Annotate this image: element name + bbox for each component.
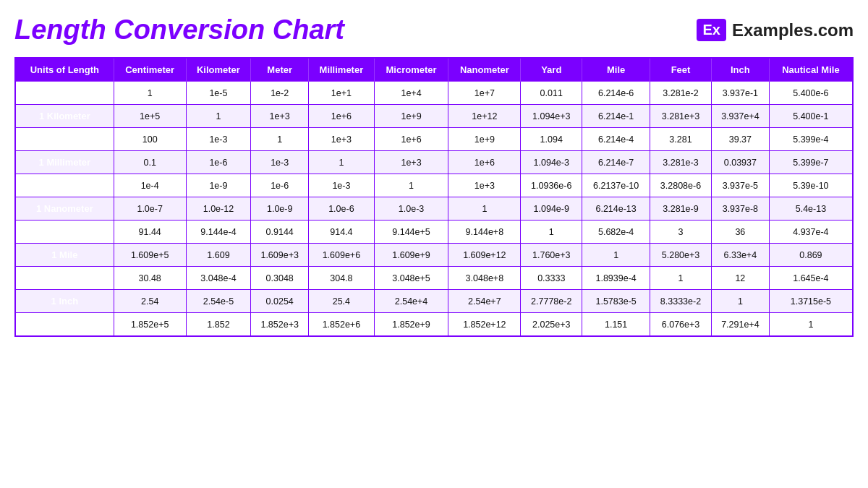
cell-6-1: 9.144e-4 [186, 221, 251, 244]
table-row: 1 Kilometer1e+511e+31e+61e+91e+121.094e+… [15, 105, 853, 128]
cell-3-4: 1e+3 [374, 151, 448, 174]
column-header-1: Centimeter [114, 58, 186, 82]
table-header-row: Units of LengthCentimeterKilometerMeterM… [15, 58, 853, 82]
cell-10-6: 2.025e+3 [521, 313, 582, 337]
table-row: 1 Meter1001e-311e+31e+61e+91.0946.214e-4… [15, 128, 853, 151]
column-header-3: Meter [251, 58, 309, 82]
table-row: 1 Mile1.609e+51.6091.609e+31.609e+61.609… [15, 244, 853, 267]
cell-4-9: 3.937e-5 [711, 174, 769, 197]
cell-8-10: 1.645e-4 [769, 267, 853, 290]
cell-6-2: 0.9144 [251, 221, 309, 244]
cell-0-3: 1e+1 [309, 82, 375, 105]
cell-7-2: 1.609e+3 [251, 244, 309, 267]
cell-2-0: 100 [114, 128, 186, 151]
cell-1-7: 6.214e-1 [582, 105, 650, 128]
cell-9-5: 2.54e+7 [448, 290, 521, 313]
cell-1-5: 1e+12 [448, 105, 521, 128]
cell-3-3: 1 [309, 151, 375, 174]
row-label-0: 1 Centimeter [15, 82, 114, 105]
cell-5-1: 1.0e-12 [186, 197, 251, 221]
cell-1-4: 1e+9 [374, 105, 448, 128]
cell-0-0: 1 [114, 82, 186, 105]
cell-7-8: 5.280e+3 [650, 244, 712, 267]
cell-7-3: 1.609e+6 [309, 244, 375, 267]
cell-0-7: 6.214e-6 [582, 82, 650, 105]
cell-3-10: 5.399e-7 [769, 151, 853, 174]
column-header-8: Mile [582, 58, 650, 82]
cell-4-0: 1e-4 [114, 174, 186, 197]
cell-1-6: 1.094e+3 [521, 105, 582, 128]
cell-2-9: 39.37 [711, 128, 769, 151]
cell-8-0: 30.48 [114, 267, 186, 290]
row-label-1: 1 Kilometer [15, 105, 114, 128]
cell-3-0: 0.1 [114, 151, 186, 174]
table-row: 1 Nanometer1.0e-71.0e-121.0e-91.0e-61.0e… [15, 197, 853, 221]
cell-6-5: 9.144e+8 [448, 221, 521, 244]
cell-4-2: 1e-6 [251, 174, 309, 197]
cell-0-9: 3.937e-1 [711, 82, 769, 105]
cell-4-4: 1 [374, 174, 448, 197]
cell-4-10: 5.39e-10 [769, 174, 853, 197]
column-header-11: Nautical Mile [769, 58, 853, 82]
cell-10-2: 1.852e+3 [251, 313, 309, 337]
cell-10-8: 6.076e+3 [650, 313, 712, 337]
cell-0-1: 1e-5 [186, 82, 251, 105]
cell-8-8: 1 [650, 267, 712, 290]
cell-8-4: 3.048e+5 [374, 267, 448, 290]
column-header-0: Units of Length [15, 58, 114, 82]
cell-9-2: 0.0254 [251, 290, 309, 313]
cell-10-9: 7.291e+4 [711, 313, 769, 337]
cell-1-10: 5.400e-1 [769, 105, 853, 128]
table-row: 1 Millimeter0.11e-61e-311e+31e+61.094e-3… [15, 151, 853, 174]
cell-6-4: 9.144e+5 [374, 221, 448, 244]
cell-9-3: 25.4 [309, 290, 375, 313]
cell-0-2: 1e-2 [251, 82, 309, 105]
table-row: 1 Centimeter11e-51e-21e+11e+41e+70.0116.… [15, 82, 853, 105]
logo-text: Examples.com [732, 20, 854, 40]
cell-7-4: 1.609e+9 [374, 244, 448, 267]
row-label-8: 1 Feet [15, 267, 114, 290]
cell-4-3: 1e-3 [309, 174, 375, 197]
cell-9-9: 1 [711, 290, 769, 313]
cell-7-9: 6.33e+4 [711, 244, 769, 267]
cell-3-2: 1e-3 [251, 151, 309, 174]
cell-6-0: 91.44 [114, 221, 186, 244]
cell-9-8: 8.3333e-2 [650, 290, 712, 313]
table-row: 1 Yard91.449.144e-40.9144914.49.144e+59.… [15, 221, 853, 244]
row-label-5: 1 Nanometer [15, 197, 114, 221]
cell-9-1: 2.54e-5 [186, 290, 251, 313]
cell-0-6: 0.011 [521, 82, 582, 105]
column-header-9: Feet [650, 58, 712, 82]
column-header-2: Kilometer [186, 58, 251, 82]
cell-3-6: 1.094e-3 [521, 151, 582, 174]
cell-8-9: 12 [711, 267, 769, 290]
page-header: Length Conversion Chart Ex Examples.com [14, 14, 854, 46]
cell-0-5: 1e+7 [448, 82, 521, 105]
cell-10-10: 1 [769, 313, 853, 337]
cell-6-7: 5.682e-4 [582, 221, 650, 244]
column-header-6: Nanometer [448, 58, 521, 82]
page-title: Length Conversion Chart [14, 14, 344, 46]
cell-6-3: 914.4 [309, 221, 375, 244]
cell-6-6: 1 [521, 221, 582, 244]
cell-7-10: 0.869 [769, 244, 853, 267]
column-header-7: Yard [521, 58, 582, 82]
row-label-10: 1 Nautical Mile [15, 313, 114, 337]
column-header-10: Inch [711, 58, 769, 82]
cell-9-4: 2.54e+4 [374, 290, 448, 313]
cell-10-0: 1.852e+5 [114, 313, 186, 337]
table-row: 1 Feet30.483.048e-40.3048304.83.048e+53.… [15, 267, 853, 290]
cell-4-7: 6.2137e-10 [582, 174, 650, 197]
cell-1-2: 1e+3 [251, 105, 309, 128]
cell-2-3: 1e+3 [309, 128, 375, 151]
cell-9-0: 2.54 [114, 290, 186, 313]
cell-6-8: 3 [650, 221, 712, 244]
cell-4-1: 1e-9 [186, 174, 251, 197]
cell-3-5: 1e+6 [448, 151, 521, 174]
cell-2-2: 1 [251, 128, 309, 151]
row-label-7: 1 Mile [15, 244, 114, 267]
cell-9-10: 1.3715e-5 [769, 290, 853, 313]
table-row: 1 Micrometer1e-41e-91e-61e-311e+31.0936e… [15, 174, 853, 197]
column-header-5: Micrometer [374, 58, 448, 82]
table-row: 1 Inch2.542.54e-50.025425.42.54e+42.54e+… [15, 290, 853, 313]
